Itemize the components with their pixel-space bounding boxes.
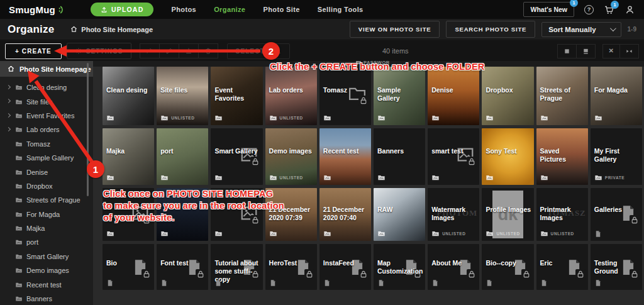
- organize-toolbar: + CREATE SETTINGS SELECT ALL 40 items ✕: [0, 41, 644, 61]
- cart-icon[interactable]: 1: [604, 4, 614, 15]
- grid-tile-21-december-2020-07-39[interactable]: 21 December 2020 07:39: [265, 188, 317, 241]
- grid-tile-smart-test[interactable]: smart test: [428, 128, 479, 185]
- whats-new-button[interactable]: What's New 1: [523, 2, 574, 17]
- expand-chevron-icon[interactable]: [6, 113, 11, 118]
- grid-tile-majka[interactable]: Majka: [103, 128, 154, 185]
- grid-tile-raw[interactable]: RAW: [374, 188, 425, 241]
- grid-tile-map-customization[interactable]: Map Customization: [374, 244, 425, 290]
- sidebar-item-banners[interactable]: Banners: [0, 292, 93, 305]
- grid-tile-lab-orders[interactable]: Lab ordersUNLISTED: [265, 67, 317, 125]
- grid-tile-instafeed[interactable]: InstaFeed: [319, 244, 371, 290]
- sidebar-item-denise[interactable]: Denise: [0, 165, 93, 179]
- grid-tile-site-files[interactable]: Site filesUNLISTED: [157, 67, 208, 125]
- grid-tile[interactable]: [157, 188, 208, 241]
- account-icon[interactable]: [625, 4, 635, 15]
- grid-tile-saved-pictures[interactable]: Saved Pictures: [536, 128, 588, 185]
- grid-tile-eric[interactable]: Eric: [536, 244, 588, 290]
- expand-chevron-icon[interactable]: [6, 99, 11, 103]
- grid-tile-tomasz[interactable]: Tomasz: [319, 67, 371, 125]
- tile-footer: [486, 114, 494, 122]
- create-button[interactable]: + CREATE: [5, 43, 62, 59]
- nav-item-photos[interactable]: Photos: [171, 6, 196, 13]
- sidebar-item-tomasz[interactable]: Tomasz: [0, 137, 93, 151]
- tile-name-label: Bio: [106, 259, 152, 267]
- partial-tile-password[interactable]: PASSWOR: [355, 61, 390, 65]
- grid-tile-bio-copy[interactable]: Bio--copy: [482, 244, 533, 290]
- grid-tile-herotest[interactable]: HeroTest: [265, 244, 317, 290]
- sidebar-item-lab-orders[interactable]: Lab orders: [0, 123, 93, 136]
- sidebar-item-smart-gallery[interactable]: Smart Gallery: [0, 250, 93, 263]
- help-icon[interactable]: ?: [584, 5, 594, 14]
- sidebar-item-demo-images[interactable]: Demo images: [0, 263, 93, 277]
- tile-footer: [106, 114, 114, 122]
- sort-dropdown[interactable]: Sort Manually: [541, 22, 621, 37]
- grid-tile-galleries[interactable]: Galleries: [591, 188, 642, 241]
- grid-tile-printmark-images[interactable]: Printmark ImagesTOMASZUNLISTED: [536, 188, 588, 241]
- sidebar-item-port[interactable]: port: [0, 235, 93, 249]
- sidebar-scrollbar[interactable]: [87, 63, 89, 196]
- grid-tile-clean-desing[interactable]: Clean desing: [103, 67, 154, 125]
- sidebar-item-sample-gallery[interactable]: Sample Gallery: [0, 151, 93, 165]
- close-panel-button[interactable]: ✕: [602, 44, 620, 58]
- tile-name-label: Sony Test: [486, 147, 531, 155]
- delete-button[interactable]: [198, 43, 218, 58]
- header-bar: Organize Photo Site Homepage VIEW ON PHO…: [0, 19, 644, 40]
- breadcrumb[interactable]: Photo Site Homepage: [70, 26, 153, 33]
- grid-tile-testing-ground[interactable]: Testing Ground: [591, 244, 642, 290]
- grid-tile[interactable]: [211, 188, 262, 241]
- grid-tile-for-magda[interactable]: For Magda: [591, 67, 642, 125]
- grid-tile-about-me[interactable]: About Me: [428, 244, 479, 290]
- expand-chevron-icon[interactable]: [6, 85, 11, 89]
- sort-dropdown-value: Sort Manually: [548, 26, 596, 33]
- grid-tile-port[interactable]: port: [157, 128, 208, 185]
- grid-tile-event-favorites[interactable]: Event Favorites: [211, 67, 262, 125]
- nav-item-selling-tools[interactable]: Selling Tools: [318, 6, 364, 13]
- grid-row-4: BioFont testTutorial about some stuff--c…: [103, 244, 642, 290]
- grid-tile-font-test[interactable]: Font test: [157, 244, 208, 290]
- grid-tile-watermark-images[interactable]: Watermark ImagesPHOTOMUNLISTED: [428, 188, 479, 241]
- grid-tile-my-first-gallery[interactable]: My First GalleryPRIVATE: [591, 128, 642, 185]
- sidebar-item-dropbox[interactable]: Dropbox: [0, 179, 93, 193]
- grid-tile-bio[interactable]: Bio: [103, 244, 154, 290]
- expand-chevron-icon[interactable]: [6, 127, 11, 131]
- download-button[interactable]: [179, 43, 199, 58]
- folder-icon: [269, 174, 277, 182]
- grid-tile-recent-test[interactable]: Recent test: [319, 128, 371, 185]
- sidebar-item-for-magda[interactable]: For Magda: [0, 208, 93, 221]
- grid-tile-banners[interactable]: Banners: [374, 128, 425, 185]
- smugmug-logo[interactable]: SmugMug: [9, 4, 67, 15]
- sidebar-item-event-favorites[interactable]: Event Favorites: [0, 109, 93, 123]
- edit-button[interactable]: [159, 43, 179, 58]
- view-on-photo-site-button[interactable]: VIEW ON PHOTO SITE: [350, 21, 440, 38]
- search-photo-site-button[interactable]: SEARCH PHOTO SITE: [446, 21, 535, 38]
- nav-item-organize[interactable]: Organize: [214, 6, 245, 13]
- grid-tile-tutorial-about-some-stuff-copy[interactable]: Tutorial about some stuff--copy: [211, 244, 262, 290]
- tile-name-label: 21 December 2020 07:40: [323, 206, 369, 222]
- sidebar-item-recent-test[interactable]: Recent test: [0, 277, 93, 291]
- grid-rows: Clean desingSite filesUNLISTEDEvent Favo…: [103, 67, 642, 293]
- grid-tile-sony-test[interactable]: Sony Test: [482, 128, 533, 185]
- upload-button[interactable]: UPLOAD: [91, 3, 154, 16]
- grid-tile-sample-gallery[interactable]: Sample Gallery: [374, 67, 425, 125]
- grid-tile-dropbox[interactable]: Dropbox: [482, 67, 533, 125]
- sidebar-item-majka[interactable]: Majka: [0, 221, 93, 235]
- grid-tile-21-december-2020-07-40[interactable]: 21 December 2020 07:40: [319, 188, 371, 241]
- move-button[interactable]: [140, 43, 160, 58]
- grid-tile-demo-images[interactable]: Demo imagesUNLISTED: [265, 128, 317, 185]
- select-all-button[interactable]: SELECT ALL: [227, 43, 290, 59]
- sidebar-item-site-files[interactable]: Site files: [0, 94, 93, 108]
- tile-footer: [106, 230, 114, 238]
- thumbnail-view-button[interactable]: [557, 44, 577, 58]
- sidebar-item-clean-desing[interactable]: Clean desing: [0, 80, 93, 94]
- collapse-button[interactable]: [619, 44, 639, 58]
- sidebar-item-streets-of-prague[interactable]: Streets of Prague: [0, 193, 93, 207]
- grid-tile-streets-of-prague[interactable]: Streets of Prague: [536, 67, 588, 125]
- grid-tile-denise[interactable]: Denise: [428, 67, 479, 125]
- grid-tile-smart-gallery[interactable]: Smart Gallery: [211, 128, 262, 185]
- grid-tile-profile-images[interactable]: Profile ImagesdkUNLISTED: [482, 188, 533, 241]
- sidebar-item-photo-site-homepage[interactable]: Photo Site Homepage: [0, 61, 93, 77]
- grid-tile[interactable]: [103, 188, 154, 241]
- detail-view-button[interactable]: [576, 44, 596, 58]
- nav-item-photo-site[interactable]: Photo Site: [263, 6, 299, 13]
- settings-button[interactable]: SETTINGS: [67, 43, 131, 59]
